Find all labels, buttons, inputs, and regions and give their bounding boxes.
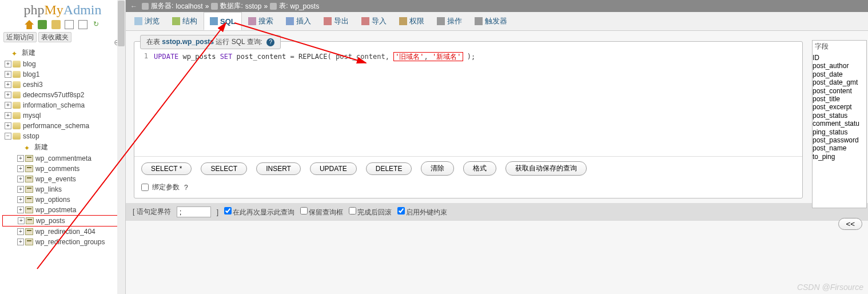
tree-table-wp_posts[interactable]: +wp_posts bbox=[2, 215, 125, 227]
field-option[interactable]: post_date bbox=[813, 70, 866, 78]
tree-table-wp_links[interactable]: +wp_links bbox=[2, 184, 125, 194]
help-icon[interactable]: ? bbox=[184, 184, 188, 192]
update-button[interactable]: UPDATE bbox=[310, 162, 357, 175]
expand-icon[interactable]: + bbox=[17, 186, 24, 193]
keep-box-checkbox[interactable] bbox=[300, 207, 308, 214]
crumb-server[interactable]: localhost bbox=[176, 2, 202, 10]
tree-db-sstop[interactable]: −sstop bbox=[2, 131, 125, 141]
field-option[interactable]: post_date_gmt bbox=[813, 78, 866, 86]
collapse-icon[interactable]: − bbox=[5, 133, 11, 140]
insert-button[interactable]: INSERT bbox=[256, 162, 301, 175]
favorites-tab[interactable]: 表收藏夹 bbox=[38, 32, 71, 42]
tab-structure[interactable]: 结构 bbox=[166, 12, 204, 30]
tree-db-blog[interactable]: +blog bbox=[2, 59, 125, 69]
field-option[interactable]: post_author bbox=[813, 62, 866, 70]
line-gutter: 1 bbox=[134, 51, 152, 156]
delete-button[interactable]: DELETE bbox=[366, 162, 412, 175]
tree-db-dedecmsv57utf8sp2[interactable]: +dedecmsv57utf8sp2 bbox=[2, 90, 125, 100]
tree-db-mysql[interactable]: +mysql bbox=[2, 110, 125, 121]
field-option[interactable]: post_content bbox=[813, 87, 866, 95]
expand-icon[interactable]: + bbox=[5, 122, 11, 129]
field-option[interactable]: ping_status bbox=[813, 128, 866, 136]
tree-db-blog1[interactable]: +blog1 bbox=[2, 69, 125, 80]
expand-icon[interactable]: + bbox=[5, 102, 11, 109]
logout-icon[interactable] bbox=[38, 20, 47, 29]
expand-icon[interactable]: + bbox=[17, 155, 24, 162]
tree-db-ceshi3[interactable]: +ceshi3 bbox=[2, 80, 125, 90]
tree-new-table[interactable]: 新建 bbox=[2, 141, 125, 153]
format-button[interactable]: 格式 bbox=[463, 161, 496, 176]
field-option[interactable]: to_ping bbox=[813, 153, 866, 161]
help-icon[interactable]: ? bbox=[266, 38, 274, 46]
tree-db-information_schema[interactable]: +information_schema bbox=[2, 100, 125, 110]
tab-browse[interactable]: 浏览 bbox=[128, 12, 166, 30]
expand-icon[interactable]: + bbox=[5, 61, 11, 67]
tab-privileges[interactable]: 权限 bbox=[393, 12, 431, 30]
tree-db-performance_schema[interactable]: +performance_schema bbox=[2, 121, 125, 131]
expand-icon[interactable]: + bbox=[17, 239, 24, 245]
expand-icon[interactable]: + bbox=[5, 92, 11, 98]
table-icon bbox=[25, 206, 33, 213]
clear-button[interactable]: 清除 bbox=[421, 161, 454, 176]
expand-icon[interactable]: + bbox=[17, 196, 24, 203]
tab-export[interactable]: 导出 bbox=[317, 12, 355, 30]
expand-icon[interactable]: + bbox=[17, 176, 24, 182]
home-icon[interactable] bbox=[25, 20, 34, 29]
settings-icon[interactable] bbox=[65, 20, 74, 29]
crumb-db[interactable]: sstop bbox=[245, 2, 262, 10]
fields-title: 字段 bbox=[813, 41, 866, 54]
nav-back-icon[interactable]: ← bbox=[130, 2, 137, 10]
tree-table-wp_comments[interactable]: +wp_comments bbox=[2, 164, 125, 174]
field-option[interactable]: post_excerpt bbox=[813, 103, 866, 111]
insert-field-button[interactable]: << bbox=[838, 218, 862, 230]
tab-triggers[interactable]: 触发器 bbox=[468, 12, 513, 30]
import-icon bbox=[361, 17, 369, 25]
tree-table-wp_redirection_groups[interactable]: +wp_redirection_groups bbox=[2, 237, 125, 247]
breadcrumb: ← 服务器: localhost » 数据库: sstop » 表: wp_po… bbox=[126, 0, 868, 12]
tab-import[interactable]: 导入 bbox=[355, 12, 393, 30]
tab-insert[interactable]: 插入 bbox=[280, 12, 317, 30]
expand-icon[interactable]: + bbox=[17, 165, 24, 172]
panel-heading: 在表 sstop.wp_posts 运行 SQL 查询: ? bbox=[140, 35, 281, 49]
tree-table-wp_options[interactable]: +wp_options bbox=[2, 194, 125, 205]
field-option[interactable]: post_password bbox=[813, 136, 866, 144]
field-option[interactable]: ID bbox=[813, 54, 866, 62]
expand-icon[interactable]: + bbox=[18, 217, 25, 224]
fields-select[interactable]: IDpost_authorpost_datepost_date_gmtpost_… bbox=[813, 54, 866, 180]
field-option[interactable]: comment_statu bbox=[813, 120, 866, 128]
select-button[interactable]: SELECT bbox=[201, 162, 247, 175]
reload-icon[interactable]: ↻ bbox=[91, 20, 101, 29]
tree-table-wp_commentmeta[interactable]: +wp_commentmeta bbox=[2, 153, 125, 164]
expand-icon[interactable]: + bbox=[5, 71, 11, 78]
crumb-table[interactable]: wp_posts bbox=[290, 2, 319, 10]
sql-editor[interactable]: UPDATE wp_posts SET post_content = REPLA… bbox=[152, 51, 802, 156]
tab-operations[interactable]: 操作 bbox=[431, 12, 468, 30]
fk-checkbox[interactable] bbox=[397, 207, 405, 214]
field-option[interactable]: post_status bbox=[813, 112, 866, 120]
tab-search[interactable]: 搜索 bbox=[242, 12, 280, 30]
tab-sql[interactable]: SQL bbox=[204, 12, 242, 30]
rollback-checkbox[interactable] bbox=[349, 207, 356, 214]
docs-icon[interactable] bbox=[51, 20, 61, 29]
tree-table-wp_e_events[interactable]: +wp_e_events bbox=[2, 174, 125, 184]
sidebar-scrollbar[interactable] bbox=[117, 0, 125, 294]
table-icon bbox=[25, 155, 33, 162]
expand-icon[interactable]: + bbox=[17, 228, 24, 235]
field-option[interactable]: post_title bbox=[813, 95, 866, 103]
delimiter-input[interactable] bbox=[177, 206, 211, 217]
expand-icon[interactable]: + bbox=[5, 81, 11, 88]
tree-new[interactable]: 新建 bbox=[2, 47, 125, 59]
sql-icon[interactable] bbox=[78, 20, 87, 29]
recent-tab[interactable]: 近期访问 bbox=[3, 32, 37, 42]
tree-table-wp_redirection_404[interactable]: +wp_redirection_404 bbox=[2, 227, 125, 237]
show-again-checkbox[interactable] bbox=[224, 207, 232, 214]
select-star-button[interactable]: SELECT * bbox=[141, 162, 192, 175]
field-option[interactable]: post_name bbox=[813, 144, 866, 152]
expand-icon[interactable]: + bbox=[5, 112, 11, 119]
bind-params-checkbox[interactable] bbox=[141, 184, 149, 191]
new-icon bbox=[11, 50, 19, 57]
expand-icon[interactable]: + bbox=[17, 206, 24, 213]
autosave-button[interactable]: 获取自动保存的查询 bbox=[505, 161, 587, 176]
tree-table-wp_postmeta[interactable]: +wp_postmeta bbox=[2, 205, 125, 215]
logo[interactable]: phpMyAdmin bbox=[0, 0, 125, 18]
